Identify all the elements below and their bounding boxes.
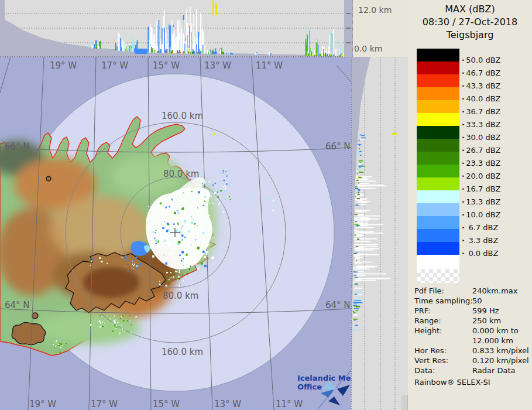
- dbz-color-block: [417, 165, 459, 177]
- lon-label-bottom: 17° W: [91, 399, 118, 409]
- side-height-profile-panel: [351, 57, 411, 410]
- lat-label-left: 66° N: [5, 141, 30, 152]
- logo-text-line1: Icelandic Met: [297, 374, 355, 382]
- dbz-color-block: [417, 49, 459, 62]
- range-label-160-north: 160.0 km: [162, 111, 203, 121]
- lon-label-bottom: 19° W: [29, 399, 56, 409]
- radar-display-window: 19° W 17° W 15° W 13° W 11° W 19° W 17° …: [0, 0, 532, 410]
- dbz-scale-label: ‣23.3 dBZ: [462, 159, 500, 168]
- scale-marker-icon: ‣: [462, 96, 465, 102]
- dbz-color-block: [417, 229, 459, 242]
- lon-label-top: 13° W: [204, 60, 231, 71]
- scale-marker-icon: ‣: [462, 83, 465, 89]
- glacier-south: [12, 322, 45, 344]
- scale-marker-icon: ‣: [462, 238, 465, 244]
- height-max-label: 12.0 km: [358, 5, 392, 15]
- dbz-color-block: [417, 203, 459, 216]
- lon-label-bottom: 15° W: [153, 399, 180, 409]
- dbz-below-scale-white: [417, 255, 459, 269]
- scale-marker-icon: ‣: [462, 251, 465, 257]
- dbz-scale-label: ‣33.3 dBZ: [462, 120, 500, 129]
- dbz-scale-label: ‣ 3.3 dBZ: [462, 236, 498, 245]
- range-label-80-south: 80.0 km: [163, 291, 198, 301]
- dbz-scale-label: ‣40.0 dBZ: [462, 94, 500, 103]
- dbz-color-block: [417, 152, 459, 165]
- dbz-color-block: [417, 74, 459, 87]
- legend-panel: MAX (dBZ) 08:30 / 27-Oct-2018 Teigsbjarg…: [408, 0, 532, 410]
- dbz-color-block: [417, 177, 459, 190]
- height-tick: [346, 13, 351, 14]
- dbz-scale-label: ‣16.7 dBZ: [462, 184, 500, 193]
- dbz-color-block: [417, 87, 459, 100]
- dbz-scale-label: ‣10.0 dBZ: [462, 210, 500, 219]
- range-label-80-north: 80.0 km: [163, 169, 199, 179]
- dbz-scale-label: ‣20.0 dBZ: [462, 172, 500, 180]
- height-min-label: 0.0 km: [354, 44, 382, 53]
- range-label-160-south: 160.0 km: [162, 347, 203, 357]
- scale-marker-icon: ‣: [462, 135, 465, 141]
- dbz-scale-label: ‣ 6.7 dBZ: [462, 223, 498, 232]
- height-tick: [346, 42, 351, 43]
- station-name: Teigsbjarg: [408, 29, 532, 40]
- dbz-color-block: [417, 100, 459, 113]
- dbz-scale-label: ‣36.7 dBZ: [462, 107, 500, 116]
- scale-marker-icon: ‣: [462, 186, 465, 192]
- glacier-small-2: [46, 176, 51, 181]
- logo-text-line2: Office: [297, 382, 322, 391]
- height-tick: [346, 28, 351, 29]
- scale-marker-icon: ‣: [462, 122, 465, 128]
- scale-marker-icon: ‣: [462, 70, 465, 76]
- lon-label-bottom: 13° W: [214, 399, 241, 409]
- dbz-color-block: [417, 190, 459, 203]
- lon-label-top: 11° W: [256, 60, 283, 71]
- dbz-scale-label: ‣ 0.0 dBZ: [462, 249, 498, 258]
- height-scale-box: 12.0 km 0.0 km: [344, 0, 408, 57]
- lat-label-right: 66° N: [325, 141, 351, 152]
- scale-marker-icon: ‣: [462, 212, 465, 218]
- scale-marker-icon: ‣: [462, 160, 465, 166]
- scale-marker-icon: ‣: [462, 225, 465, 231]
- top-height-profile-panel: [0, 0, 351, 57]
- dbz-scale-label: ‣13.3 dBZ: [462, 197, 500, 206]
- lat-label-left: 64° N: [5, 300, 30, 310]
- dbz-color-block: [417, 242, 459, 255]
- dbz-color-block: [417, 126, 459, 139]
- product-title: MAX (dBZ): [408, 4, 532, 15]
- scale-marker-icon: ‣: [462, 173, 465, 179]
- height-axis-band: [344, 0, 353, 57]
- scale-marker-icon: ‣: [462, 109, 465, 115]
- scale-marker-icon: ‣: [462, 148, 465, 153]
- dbz-scale-label: ‣30.0 dBZ: [462, 133, 500, 142]
- dbz-color-block: [417, 139, 459, 152]
- map-panel: 19° W 17° W 15° W 13° W 11° W 19° W 17° …: [0, 57, 355, 410]
- product-datetime: 08:30 / 27-Oct-2018: [408, 16, 532, 28]
- dbz-no-data-checker: [417, 269, 459, 283]
- lat-label-right: 64° N: [325, 300, 351, 310]
- dbz-scale-label: ‣50.0 dBZ: [462, 56, 500, 64]
- software-brand: Rainbow® SELEX-SI: [414, 378, 490, 387]
- lon-label-bottom: 11° W: [276, 399, 303, 409]
- lon-label-top: 17° W: [101, 60, 128, 71]
- dbz-scale-label: ‣46.7 dBZ: [462, 69, 500, 77]
- dbz-color-block: [417, 216, 459, 229]
- dbz-color-block: [417, 113, 459, 126]
- lon-label-top: 19° W: [50, 60, 77, 71]
- lon-label-top: 15° W: [153, 60, 180, 71]
- scale-marker-icon: ‣: [462, 57, 465, 63]
- scale-marker-icon: ‣: [462, 199, 465, 205]
- glacier-small-1: [32, 313, 38, 319]
- dbz-scale-label: ‣26.7 dBZ: [462, 146, 500, 155]
- dbz-colorbar: [417, 49, 459, 283]
- dbz-scale-label: ‣43.3 dBZ: [462, 81, 500, 90]
- dbz-color-block: [417, 62, 459, 74]
- side-strip-footer-gray: [401, 395, 407, 410]
